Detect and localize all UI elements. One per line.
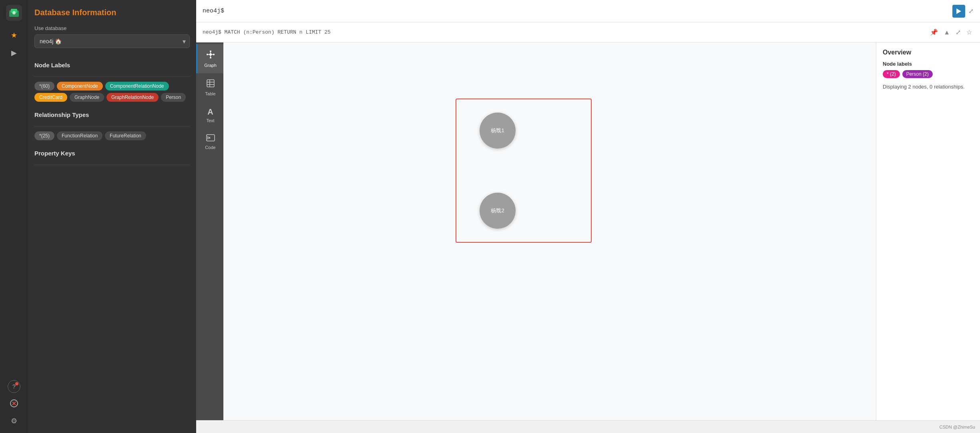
- overview-title: Overview: [883, 49, 974, 56]
- expand2-button[interactable]: ⤢: [954, 27, 962, 38]
- tab-code[interactable]: Code: [196, 129, 223, 155]
- tab-text-label: Text: [206, 118, 214, 123]
- top-expand-button[interactable]: ⤢: [968, 7, 974, 15]
- tab-table-label: Table: [205, 91, 215, 96]
- overview-description: Displaying 2 nodes, 0 relationships.: [883, 83, 974, 91]
- settings-nav-icon[interactable]: ⚙: [7, 414, 21, 428]
- star-nav-icon[interactable]: ★: [7, 28, 21, 42]
- overview-tag-person[interactable]: Person (2): [902, 70, 933, 78]
- sidebar: Database Information Use database neo4j …: [28, 0, 196, 433]
- pin-button[interactable]: 📌: [928, 27, 940, 38]
- database-selector-wrapper: neo4j 🏠 ▾: [34, 34, 190, 48]
- monitor-nav-icon[interactable]: ▶: [7, 46, 21, 60]
- main-area: ⤢ neo4j$ MATCH (n:Person) RETURN n LIMIT…: [196, 0, 980, 433]
- svg-rect-16: [207, 80, 214, 87]
- node-labels-tags: *(60) ComponentNode ComponentRelationNod…: [34, 82, 190, 102]
- overview-tags: * (2) Person (2): [883, 70, 974, 78]
- graph-node-2[interactable]: 杨戬2: [480, 193, 516, 229]
- node-label-creditcard[interactable]: CreditCard: [34, 93, 67, 102]
- svg-point-7: [209, 53, 212, 56]
- use-database-label: Use database: [34, 25, 190, 31]
- icon-rail: ★ ▶ ? ⚙: [0, 0, 28, 433]
- graph-node-1[interactable]: 杨戬1: [480, 113, 516, 149]
- tab-graph-label: Graph: [204, 63, 217, 68]
- rel-type-functionrelation[interactable]: FunctionRelation: [57, 131, 102, 140]
- database-select[interactable]: neo4j 🏠: [34, 34, 190, 48]
- query-bar2-actions: 📌 ▲ ⤢ ☆: [928, 27, 974, 38]
- text-tab-icon: A: [207, 107, 213, 117]
- node-label-graphnode[interactable]: GraphNode: [70, 93, 104, 102]
- help-nav-icon[interactable]: ?: [8, 380, 20, 393]
- graph-tab-icon: [206, 50, 215, 61]
- rel-type-futurerelation[interactable]: FutureRelation: [105, 131, 146, 140]
- svg-point-2: [12, 11, 16, 14]
- second-query-bar: neo4j$ MATCH (n:Person) RETURN n LIMIT 2…: [196, 22, 980, 42]
- circle-cross-nav-icon[interactable]: [7, 396, 21, 411]
- rel-type-all[interactable]: *(25): [34, 131, 54, 140]
- svg-point-8: [207, 54, 208, 55]
- svg-marker-6: [956, 8, 961, 14]
- property-keys-title: Property Keys: [34, 150, 190, 157]
- tab-code-label: Code: [205, 145, 215, 150]
- node-label-person[interactable]: Person: [161, 93, 186, 102]
- star-button[interactable]: ☆: [965, 27, 974, 38]
- overview-panel: Overview Node labels * (2) Person (2) Di…: [876, 42, 980, 420]
- sidebar-title: Database Information: [34, 8, 190, 17]
- code-tab-icon: [206, 134, 215, 143]
- bottom-bar: CSDN @ZhimeSu: [196, 420, 980, 433]
- relationship-types-title: Relationship Types: [34, 111, 190, 118]
- svg-point-10: [210, 50, 211, 52]
- bottom-credit: CSDN @ZhimeSu: [940, 425, 975, 429]
- node-1-label: 杨戬1: [491, 127, 504, 134]
- overview-tag-all[interactable]: * (2): [883, 70, 900, 78]
- query-text: neo4j$ MATCH (n:Person) RETURN n LIMIT 2…: [203, 29, 331, 35]
- tab-table[interactable]: Table: [196, 73, 223, 102]
- collapse-button[interactable]: ▲: [942, 27, 952, 38]
- svg-point-9: [213, 54, 215, 55]
- top-query-bar: ⤢: [196, 0, 980, 22]
- overview-node-labels-label: Node labels: [883, 61, 974, 67]
- node-label-componentnode[interactable]: ComponentNode: [57, 82, 103, 91]
- node-label-graphrelationnode[interactable]: GraphRelationNode: [106, 93, 159, 102]
- node-label-all[interactable]: *(60): [34, 82, 54, 91]
- view-tabs: Graph Table A Text: [196, 42, 223, 420]
- tab-text[interactable]: A Text: [196, 102, 223, 129]
- svg-point-11: [210, 57, 211, 58]
- relationship-types-tags: *(25) FunctionRelation FutureRelation: [34, 131, 190, 140]
- node-selection-box: [456, 99, 592, 243]
- top-query-input[interactable]: [203, 8, 949, 14]
- top-run-button[interactable]: [952, 5, 965, 18]
- graph-canvas[interactable]: 杨戬1 杨戬2: [223, 42, 876, 420]
- node-labels-title: Node Labels: [34, 62, 190, 68]
- table-tab-icon: [206, 79, 215, 90]
- node-2-label: 杨戬2: [491, 207, 504, 214]
- tab-graph[interactable]: Graph: [196, 44, 223, 73]
- app-logo: [6, 5, 22, 21]
- content-area: Graph Table A Text: [196, 42, 980, 420]
- node-label-componentrelationnode[interactable]: ComponentRelationNode: [105, 82, 169, 91]
